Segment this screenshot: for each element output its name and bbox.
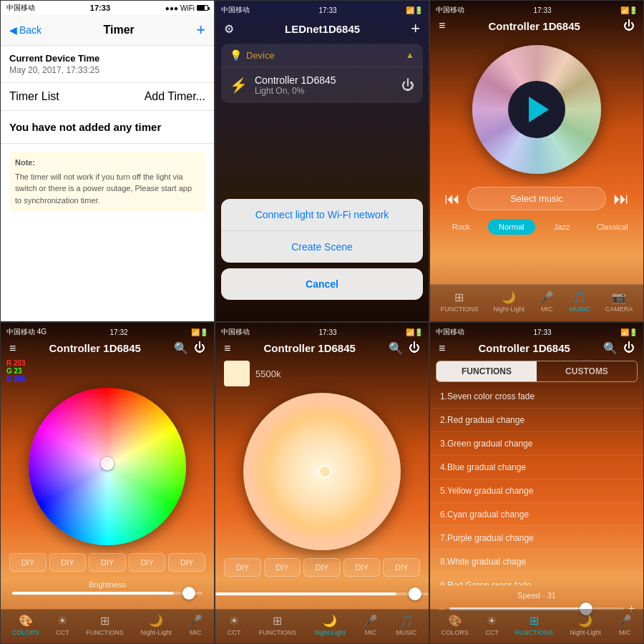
nav-mic-5[interactable]: 🎤MIC <box>364 614 378 636</box>
controller-icon: ⚡ <box>230 77 248 94</box>
color-wheel-container[interactable] <box>1 388 214 545</box>
nav-colors-4[interactable]: 🎨COLORS <box>12 614 39 636</box>
genre-normal[interactable]: Normal <box>488 219 536 235</box>
function-list: 1.Seven color cross fade 2.Red gradual c… <box>430 385 643 585</box>
nav-music-5[interactable]: 🎵MUSIC <box>396 614 416 636</box>
diy-1[interactable]: DIY <box>9 553 47 572</box>
controller-status: Light On, 0% <box>255 86 394 96</box>
add-timer-icon[interactable]: + <box>196 21 205 39</box>
status-bar-3: 中国移动 17:33 📶🔋 <box>430 1 643 16</box>
menu-icon-3[interactable]: ≡ <box>439 19 445 32</box>
diy-3[interactable]: DIY <box>89 553 126 572</box>
carrier-2: 中国移动 <box>221 5 250 15</box>
note-title: Note: <box>15 157 200 169</box>
diy-cct-2[interactable]: DIY <box>264 558 301 577</box>
search-icon-5[interactable]: 🔍 <box>389 341 403 355</box>
brightness-row-4: Brightness <box>1 576 214 599</box>
function-tabs: FUNCTIONS CUSTOMS <box>436 361 638 382</box>
diy-cct-5[interactable]: DIY <box>383 558 420 577</box>
bottom-nav-4: 🎨COLORS ☀CCT ⊞FUNCTIONS 🌙Night-Light 🎤MI… <box>1 609 214 643</box>
next-button[interactable]: ⏭ <box>613 190 629 208</box>
color-wheel[interactable] <box>29 388 186 545</box>
nav-mic-3[interactable]: 🎤MIC <box>540 291 554 313</box>
func-item-3[interactable]: 3.Green gradual change <box>430 432 643 456</box>
nav-functions-4[interactable]: ⊞FUNCTIONS <box>86 614 124 636</box>
icons-6: 📶🔋 <box>620 328 638 336</box>
nav-functions-5[interactable]: ⊞FUNCTIONS <box>258 614 296 636</box>
nav-cct-6[interactable]: ☀CCT <box>485 614 499 636</box>
carrier-1: 中国移动 <box>6 3 35 13</box>
power-button-6[interactable]: ⏻ <box>623 341 635 355</box>
nav-functions-6[interactable]: ⊞FUNCTIONS <box>515 614 553 636</box>
nav-music-3[interactable]: 🎵MUSIC <box>570 291 590 313</box>
nav-cct-5[interactable]: ☀CCT <box>228 614 241 636</box>
genre-classical[interactable]: Classical <box>589 219 637 235</box>
diy-cct-1[interactable]: DIY <box>224 558 261 577</box>
tab-functions[interactable]: FUNCTIONS <box>436 361 537 381</box>
menu-icon-4[interactable]: ≡ <box>9 342 16 355</box>
device-info: Controller 1D6845 Light On, 0% <box>255 74 394 96</box>
power-button-4[interactable]: ⏻ <box>194 341 205 355</box>
diy-2[interactable]: DIY <box>49 553 87 572</box>
func-item-2[interactable]: 2.Red gradual change <box>430 409 643 432</box>
carrier-4: 中国移动 4G <box>6 327 47 337</box>
nav-nightlight-4[interactable]: 🌙Night-Light <box>140 614 172 636</box>
brightness-fill-5 <box>215 592 396 595</box>
menu-icon-6[interactable]: ≡ <box>439 342 445 355</box>
func-item-9[interactable]: 9.Red Green cross fade <box>430 574 643 585</box>
add-timer-button[interactable]: Add Timer... <box>145 90 205 103</box>
brightness-slider-4[interactable] <box>12 592 203 595</box>
func-item-5[interactable]: 5.Yellow gradual change <box>430 479 643 503</box>
nav-mic-4[interactable]: 🎤MIC <box>188 614 203 636</box>
power-button-5[interactable]: ⏻ <box>409 341 420 355</box>
music-disc[interactable] <box>430 45 643 174</box>
power-button-2[interactable]: ⏻ <box>401 78 414 93</box>
nav-nightlight-3[interactable]: 🌙Night-Light <box>493 291 525 313</box>
nav-nightlight-6[interactable]: 🌙Night-Light <box>570 614 601 636</box>
nav-mic-6[interactable]: 🎤MIC <box>618 614 632 636</box>
cct-wheel[interactable] <box>243 393 401 550</box>
power-button-3[interactable]: ⏻ <box>623 19 635 32</box>
popup-scene-option[interactable]: Create Scene <box>221 231 423 263</box>
genre-rock[interactable]: Rock <box>437 219 485 235</box>
diy-cct-3[interactable]: DIY <box>303 558 341 577</box>
genre-tabs: Rock Normal Jazz Classical <box>430 216 643 238</box>
menu-icon-5[interactable]: ≡ <box>224 342 230 355</box>
nav-nightlight-5[interactable]: 🌙Night-Light <box>314 614 346 636</box>
app-title-4: Controller 1D6845 <box>49 342 140 354</box>
genre-jazz[interactable]: Jazz <box>538 219 586 235</box>
time-4: 17:32 <box>110 328 128 336</box>
diy-4[interactable]: DIY <box>129 553 166 572</box>
disc-inner <box>508 81 565 138</box>
func-item-1[interactable]: 1.Seven color cross fade <box>430 385 643 409</box>
search-icon-6[interactable]: 🔍 <box>603 341 618 355</box>
add-device-icon[interactable]: + <box>411 19 420 38</box>
back-button[interactable]: ◀ Back <box>9 24 42 36</box>
icons-3: 📶🔋 <box>620 6 638 14</box>
nav-functions-3[interactable]: ⊞FUNCTIONS <box>441 291 479 313</box>
tab-customs[interactable]: CUSTOMS <box>537 361 637 381</box>
gear-icon-2[interactable]: ⚙ <box>224 22 234 36</box>
search-icon-4[interactable]: 🔍 <box>174 341 188 355</box>
brightness-slider-5[interactable] <box>215 592 429 595</box>
func-item-6[interactable]: 6.Cyan gradual change <box>430 503 643 527</box>
func-item-7[interactable]: 7.Purple gradual change <box>430 527 643 550</box>
diy-cct-4[interactable]: DIY <box>343 558 381 577</box>
nav-camera-3[interactable]: 📷CAMERA <box>605 291 633 313</box>
prev-button[interactable]: ⏮ <box>444 190 460 208</box>
app-title-5: Controller 1D6845 <box>263 342 355 354</box>
cct-wheel-container[interactable] <box>215 393 429 550</box>
nav-cct-4[interactable]: ☀CCT <box>56 614 69 636</box>
collapse-icon[interactable]: ▲ <box>406 50 414 60</box>
popup-options: Connect light to Wi-Fi network Create Sc… <box>221 199 423 263</box>
func-item-4[interactable]: 4.Blue gradual change <box>430 456 643 479</box>
controller-item[interactable]: ⚡ Controller 1D6845 Light On, 0% ⏻ <box>221 67 423 103</box>
nav-colors-6[interactable]: 🎨COLORS <box>441 614 469 636</box>
popup-wifi-option[interactable]: Connect light to Wi-Fi network <box>221 199 423 231</box>
device-section: 💡 Device ▲ ⚡ Controller 1D6845 Light On,… <box>221 44 423 103</box>
func-item-8[interactable]: 8.White gradual chage <box>430 550 643 574</box>
brightness-fill-4 <box>12 592 174 595</box>
select-music-button[interactable]: Select music <box>467 187 606 210</box>
popup-cancel[interactable]: Cancel <box>221 268 423 300</box>
diy-5[interactable]: DIY <box>168 553 205 572</box>
